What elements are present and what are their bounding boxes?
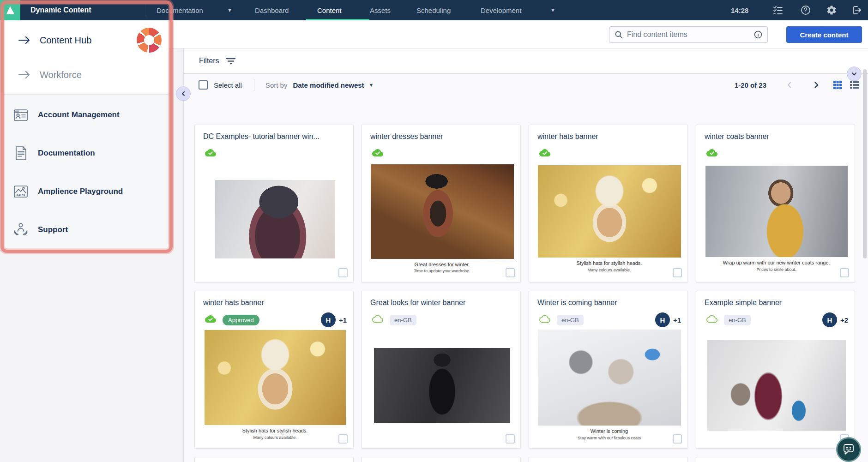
- sidebar-item-account-management[interactable]: Account Management: [0, 100, 169, 130]
- help-icon[interactable]: [800, 5, 811, 16]
- nav-development[interactable]: Development: [481, 0, 521, 20]
- content-card[interactable]: Winter is coming banner en-GB H +1 Winte…: [529, 291, 688, 449]
- filters-bar: Filters: [184, 48, 868, 74]
- id-card-icon: [12, 106, 30, 124]
- nav-assets[interactable]: Assets: [370, 0, 391, 20]
- next-page-button[interactable]: [813, 81, 820, 89]
- sidebar-item-label: Support: [38, 225, 68, 234]
- card-select-checkbox[interactable]: [673, 268, 682, 277]
- nav-documentation[interactable]: Documentation: [157, 0, 203, 20]
- content-card[interactable]: winter hats banner Approved H +1 Stylish…: [194, 291, 354, 449]
- tasks-checklist-icon[interactable]: [772, 5, 784, 16]
- chat-smiley-icon: [842, 443, 855, 456]
- chat-support-button[interactable]: [836, 437, 861, 462]
- select-all-checkbox[interactable]: [199, 80, 208, 90]
- publish-status-cloud-icon: [705, 147, 719, 160]
- content-card-partial[interactable]: [362, 457, 521, 462]
- assignee-avatar[interactable]: H: [822, 312, 837, 327]
- sidebar-item-support[interactable]: Support: [0, 215, 169, 245]
- caption-line-1: Wrap up warm with our new winter coats r…: [705, 259, 848, 267]
- card-image[interactable]: [538, 330, 681, 426]
- assignee-avatar[interactable]: H: [655, 312, 670, 327]
- chevron-down-icon[interactable]: ▼: [369, 82, 374, 88]
- collapse-filters-button[interactable]: [847, 66, 862, 81]
- chevron-down-icon: ▼: [550, 7, 555, 13]
- settings-gear-icon[interactable]: [826, 5, 837, 16]
- card-image[interactable]: [538, 165, 681, 258]
- card-image[interactable]: [371, 164, 514, 259]
- card-image[interactable]: [215, 180, 335, 258]
- card-status-row: en-GB H +1: [537, 312, 681, 327]
- card-select-checkbox[interactable]: [506, 434, 515, 444]
- content-card[interactable]: winter dresses banner Great dresses for …: [362, 125, 521, 282]
- card-status-row: Approved H +1: [203, 312, 347, 327]
- nav-documentation-caret[interactable]: ▼: [227, 0, 232, 20]
- filters-label[interactable]: Filters: [199, 57, 219, 65]
- caption-line-1: Great dresses for winter.: [371, 261, 514, 269]
- card-image[interactable]: [707, 340, 846, 431]
- search-input[interactable]: [627, 30, 753, 39]
- logout-icon[interactable]: [851, 5, 862, 16]
- list-view-button[interactable]: [850, 80, 860, 90]
- content-card[interactable]: Great looks for winter banner en-GB: [362, 291, 521, 449]
- content-hub-pie-icon: [137, 28, 162, 53]
- pagination-count: 1-20 of 23: [735, 81, 766, 89]
- vertical-scrollbar[interactable]: [863, 69, 867, 258]
- sort-by-label: Sort by: [265, 81, 288, 89]
- card-image[interactable]: [374, 348, 510, 423]
- caption-line-1: Stylish hats for stylish heads.: [538, 260, 681, 267]
- grid-view-button[interactable]: [833, 80, 842, 90]
- card-status-row: en-GB H +2: [705, 312, 848, 327]
- sidebar-item-label: Account Management: [38, 110, 120, 120]
- content-card[interactable]: Example simple banner en-GB H +2: [696, 291, 855, 449]
- card-status-row: [537, 146, 681, 161]
- search-box[interactable]: [609, 26, 768, 43]
- nav-scheduling[interactable]: Scheduling: [416, 0, 451, 20]
- content-card[interactable]: DC Examples- tutorial banner win...: [194, 125, 354, 282]
- content-card-partial[interactable]: [696, 457, 855, 462]
- publish-status-cloud-icon: [370, 313, 385, 326]
- sidebar-primary-section: Content Hub Workforce: [0, 20, 169, 94]
- card-status-row: [203, 146, 347, 161]
- card-select-checkbox[interactable]: [338, 434, 348, 444]
- nav-dashboard[interactable]: Dashboard: [255, 0, 289, 20]
- content-card[interactable]: winter coats banner Wrap up warm with ou…: [696, 125, 855, 282]
- nav-content[interactable]: Content: [317, 0, 342, 20]
- assignee-extra-count: +2: [840, 316, 848, 324]
- sidebar-item-documentation[interactable]: Documentation: [0, 138, 169, 168]
- card-select-checkbox[interactable]: [506, 268, 515, 277]
- collapse-sidebar-button[interactable]: [176, 86, 191, 101]
- nav-development-caret[interactable]: ▼: [550, 0, 555, 20]
- card-select-checkbox[interactable]: [673, 434, 682, 444]
- previous-page-button[interactable]: [786, 81, 793, 89]
- sidebar-item-workforce[interactable]: Workforce: [0, 62, 169, 88]
- sidebar-item-amplience-playground[interactable]: <API> Amplience Playground: [0, 176, 169, 207]
- search-info-icon[interactable]: [753, 30, 763, 39]
- card-image-area: [203, 161, 347, 277]
- card-select-checkbox[interactable]: [338, 268, 348, 277]
- card-image-area: Great dresses for winter. Time to update…: [370, 161, 514, 277]
- approved-status-badge: Approved: [223, 315, 259, 325]
- amplience-logo[interactable]: [0, 0, 20, 20]
- card-image-caption: Great dresses for winter. Time to update…: [371, 261, 514, 275]
- card-select-checkbox[interactable]: [840, 268, 849, 277]
- filter-lines-icon[interactable]: [226, 57, 236, 65]
- content-card[interactable]: winter hats banner Stylish hats for styl…: [529, 125, 688, 282]
- card-image-area: [705, 327, 848, 444]
- select-all-label[interactable]: Select all: [214, 81, 242, 89]
- card-title: winter dresses banner: [370, 132, 514, 141]
- content-card-partial[interactable]: [529, 457, 688, 462]
- amplience-logo-icon: [4, 4, 16, 16]
- sort-value-dropdown[interactable]: Date modified newest: [293, 81, 364, 89]
- publish-status-cloud-icon: [537, 313, 552, 326]
- card-title: Great looks for winter banner: [370, 299, 514, 307]
- list-toolbar: Select all Sort by Date modified newest …: [184, 74, 868, 96]
- content-card-partial[interactable]: [194, 457, 354, 462]
- create-content-button[interactable]: Create content: [786, 26, 862, 43]
- card-image[interactable]: [705, 166, 848, 257]
- card-image[interactable]: [205, 330, 346, 425]
- svg-text:<API>: <API>: [16, 193, 25, 197]
- assignee-avatar[interactable]: H: [321, 312, 336, 327]
- app-title: Dynamic Content: [30, 0, 91, 20]
- arrow-right-icon: [18, 69, 31, 80]
